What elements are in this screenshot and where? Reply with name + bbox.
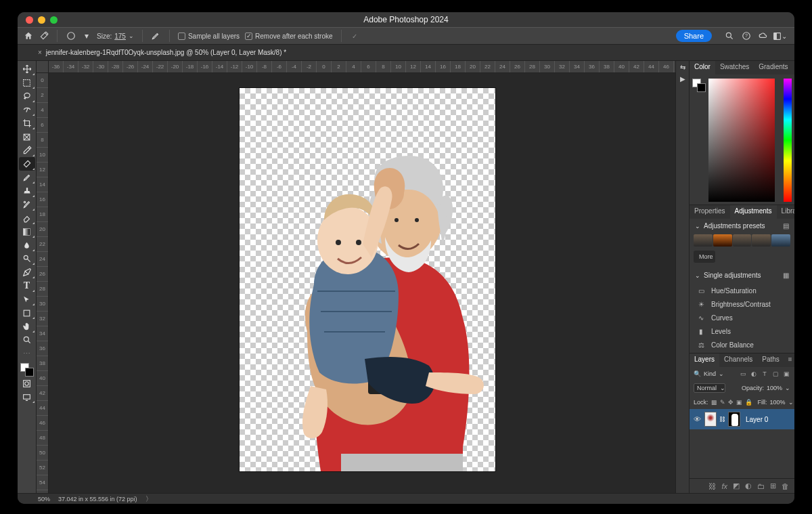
adjustment-curves[interactable]: ∿Curves <box>690 311 794 324</box>
new-adjustment-layer-icon[interactable]: ◐ <box>745 481 752 490</box>
history-brush-tool[interactable] <box>19 198 35 211</box>
workspace-switcher-icon[interactable]: ⌄ <box>775 31 785 41</box>
delete-layer-icon[interactable]: 🗑 <box>782 482 789 490</box>
quick-selection-tool[interactable] <box>19 103 35 116</box>
layer-row[interactable]: 👁 ⛓ Layer 0 <box>690 409 794 429</box>
canvas-area[interactable]: -36-34-32-30-28-26-24-22-20-18-16-14-12-… <box>37 61 675 493</box>
tab-channels[interactable]: Channels <box>719 354 757 367</box>
zoom-level[interactable]: 50% <box>38 496 50 502</box>
lasso-tool[interactable] <box>19 89 35 103</box>
opacity-value[interactable]: 100% <box>767 385 782 391</box>
grid-view-icon[interactable]: ▦ <box>783 272 789 279</box>
spot-healing-brush-tool[interactable] <box>19 157 35 171</box>
blend-dropdown-icon[interactable]: ⌄ <box>720 385 725 391</box>
adjustment-color-balance[interactable]: ⚖Color Balance <box>690 338 794 351</box>
lock-image-icon[interactable]: ✎ <box>720 398 725 406</box>
tab-swatches[interactable]: Swatches <box>715 61 754 74</box>
layer-visibility-icon[interactable]: 👁 <box>694 415 702 423</box>
document-tab[interactable]: jennifer-kalenberg-1RqdfT0Oyqk-unsplash.… <box>46 49 286 56</box>
document-canvas[interactable] <box>240 88 495 471</box>
lock-transparency-icon[interactable]: ▩ <box>711 398 717 406</box>
layer-thumbnail[interactable] <box>704 412 717 427</box>
brush-size-decrement-icon[interactable]: ▾ <box>81 31 91 41</box>
color-field[interactable] <box>708 79 775 202</box>
filter-adjustment-icon[interactable]: ◐ <box>750 370 758 378</box>
preset-thumb[interactable] <box>771 234 790 247</box>
tab-properties[interactable]: Properties <box>690 205 730 219</box>
brush-size-icon[interactable] <box>66 31 76 41</box>
size-dropdown-icon[interactable]: ⌄ <box>129 33 134 39</box>
adjustment-hue-saturation[interactable]: ▭Hue/Saturation <box>690 284 794 297</box>
horizontal-ruler[interactable]: -36-34-32-30-28-26-24-22-20-18-16-14-12-… <box>49 61 675 73</box>
help-icon[interactable]: ? <box>741 31 751 41</box>
apply-icon[interactable]: ✓ <box>350 31 360 41</box>
tab-paths[interactable]: Paths <box>757 354 784 367</box>
brush-settings-icon[interactable] <box>151 31 161 41</box>
move-tool[interactable] <box>19 62 35 76</box>
share-button[interactable]: Share <box>676 30 712 42</box>
type-tool[interactable]: T <box>19 279 35 293</box>
size-value[interactable]: 175 <box>114 33 126 40</box>
window-maximize-button[interactable] <box>50 16 58 24</box>
layer-style-icon[interactable]: fx <box>721 482 727 490</box>
window-minimize-button[interactable] <box>38 16 45 24</box>
eraser-tool[interactable] <box>19 211 35 225</box>
panel-menu-icon[interactable]: ≡ <box>784 354 794 367</box>
rectangle-tool[interactable] <box>19 306 35 320</box>
new-layer-icon[interactable]: ⊞ <box>770 481 776 490</box>
add-mask-icon[interactable]: ◩ <box>733 481 740 490</box>
adjustment-brightness-contrast[interactable]: ☀Brightness/Contrast <box>690 297 794 311</box>
tab-adjustments[interactable]: Adjustments <box>730 205 777 219</box>
marquee-tool[interactable] <box>19 76 35 89</box>
fill-dropdown-icon[interactable]: ⌄ <box>788 399 794 406</box>
document-info[interactable]: 37.042 in x 55.556 in (72 ppi) <box>58 496 137 502</box>
tab-libraries[interactable]: Libraries <box>777 205 794 219</box>
lock-all-icon[interactable]: 🔒 <box>745 398 752 406</box>
preset-thumb[interactable] <box>733 234 752 247</box>
tab-close-icon[interactable]: × <box>38 49 42 56</box>
clone-stamp-tool[interactable] <box>19 184 35 198</box>
new-group-icon[interactable]: 🗀 <box>757 482 765 490</box>
lock-position-icon[interactable]: ✥ <box>728 398 734 406</box>
fill-value[interactable]: 100% <box>770 399 786 406</box>
adjustment-levels[interactable]: ▮Levels <box>690 324 794 338</box>
filter-shape-icon[interactable]: ▢ <box>771 370 780 378</box>
search-icon[interactable] <box>724 31 734 41</box>
filter-pixel-icon[interactable]: ▭ <box>739 370 747 378</box>
crop-tool[interactable] <box>19 116 35 130</box>
foreground-background-swatch[interactable] <box>20 363 34 377</box>
vertical-ruler[interactable]: 0246810121416182022242628303234363840424… <box>37 73 49 493</box>
tab-color[interactable]: Color <box>690 61 715 74</box>
preset-thumb[interactable] <box>752 234 771 247</box>
cloud-sync-icon[interactable] <box>758 31 768 41</box>
hand-tool[interactable] <box>19 320 35 333</box>
ruler-origin[interactable] <box>37 61 49 73</box>
grid-view-icon[interactable]: ▤ <box>783 222 789 230</box>
tab-gradients[interactable]: Gradients <box>754 61 792 74</box>
dodge-tool[interactable] <box>19 252 35 265</box>
blur-tool[interactable] <box>19 238 35 252</box>
tab-layers[interactable]: Layers <box>690 354 719 367</box>
panel-strip-expand-icon[interactable]: ▶ <box>680 75 685 83</box>
pen-tool[interactable] <box>19 265 35 279</box>
docinfo-chevron-icon[interactable]: 〉 <box>145 494 152 504</box>
adjustments-presets-header[interactable]: ⌄ Adjustments presets ▤ <box>690 219 794 233</box>
sample-all-layers-checkbox[interactable]: Sample all layers <box>178 33 240 40</box>
path-selection-tool[interactable] <box>19 293 35 306</box>
presets-more-button[interactable]: More <box>694 251 715 263</box>
color-panel-swatch[interactable] <box>692 79 706 92</box>
link-layers-icon[interactable]: ⛓ <box>708 482 716 490</box>
spot-healing-tool-icon[interactable] <box>39 31 49 41</box>
brush-tool[interactable] <box>19 171 35 184</box>
single-adjustments-header[interactable]: ⌄ Single adjustments ▦ <box>690 268 794 282</box>
hue-slider[interactable] <box>784 79 792 202</box>
edit-toolbar-icon[interactable]: ⋯ <box>19 347 35 360</box>
layer-name[interactable]: Layer 0 <box>746 416 768 423</box>
preset-thumb[interactable] <box>713 234 732 247</box>
lock-artboard-icon[interactable]: ▣ <box>736 398 742 406</box>
layer-mask-thumbnail[interactable] <box>728 412 740 427</box>
tab-patterns[interactable]: Patterns <box>793 61 794 74</box>
filter-search-icon[interactable]: 🔍 <box>694 370 701 377</box>
layer-link-icon[interactable]: ⛓ <box>719 416 725 423</box>
filter-smart-icon[interactable]: ▣ <box>782 370 790 378</box>
